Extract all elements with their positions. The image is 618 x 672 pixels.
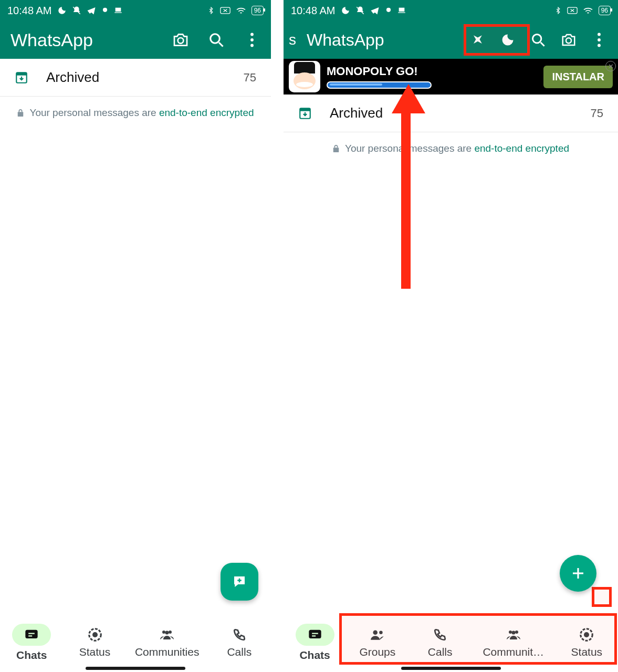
ad-thumbnail [289, 61, 320, 92]
nav-handle[interactable] [86, 667, 185, 670]
svg-point-10 [250, 44, 254, 47]
svg-rect-23 [398, 12, 405, 13]
highlight-fab [592, 587, 612, 607]
battery-icon: 96 [252, 6, 264, 15]
svg-point-30 [598, 44, 601, 47]
chat-list-area [284, 165, 618, 613]
svg-point-9 [250, 38, 254, 41]
svg-point-18 [169, 631, 172, 634]
phone-left: 10:48 AM 96 WhatsApp [0, 0, 271, 672]
nav-calls[interactable]: Calls [216, 627, 263, 658]
nav-handle[interactable] [401, 667, 501, 670]
phone-right: 10:48 AM 96 s WhatsApp [284, 0, 618, 672]
encrypt-text: Your personal messages are [29, 107, 159, 118]
bluetooth-icon [207, 6, 215, 15]
bottom-nav: Chats Status Communities Calls [0, 613, 271, 672]
communities-icon [159, 627, 175, 643]
svg-point-29 [598, 38, 601, 41]
bluetooth-icon [554, 6, 562, 15]
system-icon [397, 6, 406, 15]
ad-install-button[interactable]: INSTALAR [543, 66, 613, 88]
svg-point-16 [92, 632, 98, 637]
svg-rect-2 [115, 8, 121, 12]
more-icon[interactable] [591, 32, 607, 48]
nav-label: Chats [299, 649, 330, 662]
search-icon[interactable] [208, 32, 225, 48]
status-icon [87, 627, 103, 643]
nav-label: Chats [16, 649, 47, 662]
camera-icon[interactable] [172, 32, 189, 48]
no-sim-icon [567, 6, 578, 15]
chat-list-area [0, 129, 271, 613]
highlight-bottom-nav [339, 613, 617, 665]
nav-chats[interactable]: Chats [8, 624, 55, 662]
svg-point-25 [533, 35, 541, 43]
bottom-nav: Chats Groups Calls Communit… Status [284, 613, 618, 672]
archived-row[interactable]: Archived 75 [0, 59, 271, 97]
ad-close-icon[interactable]: ✕ [605, 61, 616, 71]
wifi-icon [583, 6, 593, 15]
svg-point-8 [250, 33, 254, 36]
lock-icon [332, 144, 340, 153]
svg-point-21 [386, 8, 390, 12]
chats-icon [307, 627, 323, 643]
more-icon[interactable] [244, 32, 260, 48]
app-bar: s WhatsApp [284, 21, 618, 59]
search-icon[interactable] [530, 32, 547, 48]
svg-rect-12 [16, 72, 27, 75]
camera-icon[interactable] [560, 32, 577, 48]
archived-label: Archived [46, 69, 99, 86]
svg-point-27 [566, 38, 571, 43]
new-chat-fab[interactable] [560, 555, 596, 592]
svg-point-28 [598, 33, 601, 36]
notification-icon [385, 7, 392, 14]
svg-line-7 [219, 43, 223, 47]
archive-icon [298, 107, 312, 120]
chats-icon [24, 627, 39, 643]
app-bar: WhatsApp [0, 21, 271, 59]
svg-point-17 [162, 631, 165, 634]
encryption-notice: Your personal messages are end-to-end en… [0, 97, 271, 129]
nav-label: Communities [135, 646, 200, 658]
archived-count: 75 [244, 71, 256, 85]
highlight-toolbar-buttons [464, 24, 530, 56]
nav-chats[interactable]: Chats [295, 624, 335, 662]
notification-icon [101, 7, 109, 14]
encrypt-text: Your personal messages are [345, 143, 474, 154]
mute-icon [355, 6, 365, 15]
lock-icon [17, 109, 24, 117]
svg-point-1 [102, 8, 107, 12]
telegram-icon [370, 6, 380, 15]
calls-icon [232, 627, 247, 643]
app-title: WhatsApp [307, 30, 384, 50]
telegram-icon [87, 6, 96, 15]
archived-label: Archived [330, 105, 383, 121]
svg-rect-13 [18, 112, 24, 117]
svg-point-6 [211, 34, 220, 44]
archived-row[interactable]: Archived 75 [284, 94, 618, 132]
status-bar: 10:48 AM 96 [0, 0, 271, 21]
battery-icon: 96 [599, 6, 611, 15]
nav-communities[interactable]: Communities [135, 627, 200, 658]
status-time: 10:48 AM [7, 5, 52, 17]
ad-banner[interactable]: MONOPOLY GO! INSTALAR ✕ [284, 59, 618, 94]
svg-line-26 [541, 43, 544, 46]
wifi-icon [236, 6, 246, 15]
app-title: WhatsApp [11, 30, 93, 50]
nav-label: Calls [227, 646, 252, 658]
nav-status[interactable]: Status [72, 627, 118, 658]
ad-progress [327, 81, 432, 89]
svg-rect-22 [399, 8, 404, 12]
svg-point-19 [165, 631, 169, 635]
nav-label: Status [79, 646, 111, 658]
encryption-notice: Your personal messages are end-to-end en… [284, 132, 618, 165]
status-bar: 10:48 AM 96 [284, 0, 618, 21]
encrypt-link[interactable]: end-to-end encrypted [159, 107, 254, 118]
moon-icon [341, 6, 350, 15]
moon-icon [57, 6, 67, 15]
mute-icon [72, 6, 81, 15]
new-chat-fab[interactable] [221, 563, 258, 601]
encrypt-link[interactable]: end-to-end encrypted [474, 143, 569, 154]
system-icon [114, 6, 122, 15]
svg-rect-33 [333, 148, 339, 152]
